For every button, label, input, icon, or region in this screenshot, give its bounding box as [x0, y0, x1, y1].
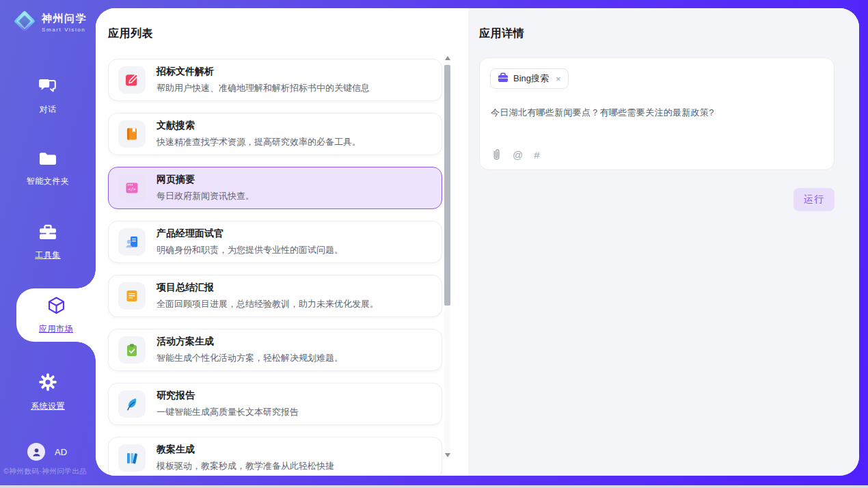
attachment-icon[interactable] [491, 148, 502, 161]
interviewer-icon [118, 228, 146, 256]
app-card-lesson-plan[interactable]: 教案生成 模板驱动，教案秒成，教学准备从此轻松快捷 [108, 437, 442, 476]
app-list-title: 应用列表 [96, 8, 468, 41]
app-card-pm-interviewer[interactable]: 产品经理面试官 明确身份和职责，为您提供专业性的面试问题。 [108, 221, 442, 263]
plugin-chip-bing-search[interactable]: Bing搜索 × [490, 68, 569, 89]
app-detail-panel: 应用详情 Bing搜索 × 今日湖北有哪些新闻要点？有哪些需要关注的最新政策? [468, 8, 859, 476]
sidebar-nav: 对话 智能文件夹 [0, 78, 96, 446]
app-card-project-summary[interactable]: 项目总结汇报 全面回顾项目进展，总结经验教训，助力未来优化发展。 [108, 275, 442, 317]
app-background: 神州问学 Smart Vision 对话 [0, 0, 868, 485]
edit-pen-icon [118, 66, 146, 94]
app-card-title: 网页摘要 [157, 174, 254, 186]
toolbox-icon [38, 224, 57, 243]
run-row: 运行 [479, 188, 835, 211]
app-card-event-plan[interactable]: 活动方案生成 智能生成个性化活动方案，轻松解决规划难题。 [108, 329, 442, 371]
quill-icon [118, 390, 146, 418]
hashtag-icon[interactable]: # [534, 149, 539, 161]
scrollbar-down-arrow-icon[interactable] [444, 452, 450, 458]
avatar[interactable] [27, 443, 45, 461]
folder-icon [38, 151, 57, 170]
app-list-panel: 应用列表 招标文件解析 帮助用户快速、准确地理解和解析招标书中的关键信息 [96, 8, 468, 476]
chat-icon [38, 78, 57, 98]
user-account[interactable]: AD [27, 443, 67, 461]
prompt-text[interactable]: 今日湖北有哪些新闻要点？有哪些需要关注的最新政策? [491, 107, 820, 119]
user-avatar-icon [31, 447, 42, 457]
cube-icon [46, 295, 67, 318]
app-card-title: 项目总结汇报 [157, 282, 379, 294]
sidebar-item-label: 系统设置 [31, 401, 65, 412]
briefcase-icon [498, 72, 508, 85]
app-card-title: 研究报告 [157, 390, 299, 402]
app-card-description: 每日政府新闻资讯快查。 [157, 190, 254, 202]
app-card-title: 活动方案生成 [157, 336, 343, 348]
app-card-title: 招标文件解析 [157, 66, 370, 78]
app-card-bid-document-analysis[interactable]: 招标文件解析 帮助用户快速、准确地理解和解析招标书中的关键信息 [108, 59, 442, 101]
copyright-footer: ©神州数码·神州问学出品 [3, 467, 87, 476]
brand-subtitle: Smart Vision [42, 27, 87, 33]
scrollbar-up-arrow-icon[interactable] [444, 55, 450, 62]
brand-diamond-icon [12, 9, 37, 36]
app-card-description: 明确身份和职责，为您提供专业性的面试问题。 [157, 244, 343, 256]
plugin-chip-label: Bing搜索 [513, 72, 549, 85]
app-card-title: 文献搜索 [157, 120, 361, 132]
sidebar: 神州问学 Smart Vision 对话 [0, 0, 96, 485]
run-button[interactable]: 运行 [794, 188, 835, 211]
clipboard-check-icon [118, 336, 146, 364]
app-card-description: 一键智能生成高质量长文本研究报告 [157, 406, 299, 418]
sidebar-item-settings[interactable]: 系统设置 [0, 372, 96, 408]
app-card-title: 产品经理面试官 [157, 228, 343, 240]
brand-name: 神州问学 [42, 12, 87, 25]
app-card-web-summary[interactable]: </> 网页摘要 每日政府新闻资讯快查。 [108, 167, 442, 209]
sidebar-item-label: 工具集 [35, 249, 61, 261]
app-card-description: 智能生成个性化活动方案，轻松解决规划难题。 [157, 352, 343, 364]
app-detail-title: 应用详情 [479, 27, 835, 41]
user-name: AD [55, 447, 67, 457]
sidebar-item-label: 智能文件夹 [27, 176, 70, 187]
sidebar-item-label: 应用市场 [39, 323, 73, 335]
app-card-description: 帮助用户快速、准确地理解和解析招标书中的关键信息 [157, 82, 370, 94]
sidebar-item-smart-folder[interactable]: 智能文件夹 [0, 151, 96, 187]
sidebar-item-app-market[interactable]: 应用市场 [16, 288, 96, 342]
prompt-input-card[interactable]: Bing搜索 × 今日湖北有哪些新闻要点？有哪些需要关注的最新政策? @ # [479, 57, 835, 170]
sidebar-item-label: 对话 [40, 104, 57, 116]
sidebar-item-toolbox[interactable]: 工具集 [0, 224, 96, 260]
report-note-icon [118, 282, 146, 310]
input-toolbar: @ # [491, 148, 540, 161]
sidebar-item-chat[interactable]: 对话 [0, 78, 96, 113]
svg-text:</>: </> [128, 187, 135, 191]
close-icon[interactable]: × [556, 74, 561, 83]
main-container: 应用列表 招标文件解析 帮助用户快速、准确地理解和解析招标书中的关键信息 [96, 8, 859, 476]
gear-icon [38, 372, 57, 394]
list-scrollbar[interactable] [444, 56, 450, 458]
app-card-description: 模板驱动，教案秒成，教学准备从此轻松快捷 [157, 460, 334, 472]
app-card-literature-search[interactable]: 文献搜索 快速精准查找学术资源，提高研究效率的必备工具。 [108, 113, 442, 155]
app-card-description: 快速精准查找学术资源，提高研究效率的必备工具。 [157, 136, 361, 148]
app-card-research-report[interactable]: 研究报告 一键智能生成高质量长文本研究报告 [108, 383, 442, 425]
mention-icon[interactable]: @ [513, 149, 523, 161]
app-list: 招标文件解析 帮助用户快速、准确地理解和解析招标书中的关键信息 文献搜索 [108, 59, 442, 476]
book-icon [118, 120, 146, 148]
brand-logo: 神州问学 Smart Vision [12, 9, 87, 36]
books-icon [118, 444, 146, 472]
app-card-description: 全面回顾项目进展，总结经验教训，助力未来优化发展。 [157, 298, 379, 310]
scrollbar-thumb[interactable] [444, 65, 450, 306]
browser-code-icon: </> [118, 174, 146, 202]
app-card-title: 教案生成 [157, 444, 334, 456]
